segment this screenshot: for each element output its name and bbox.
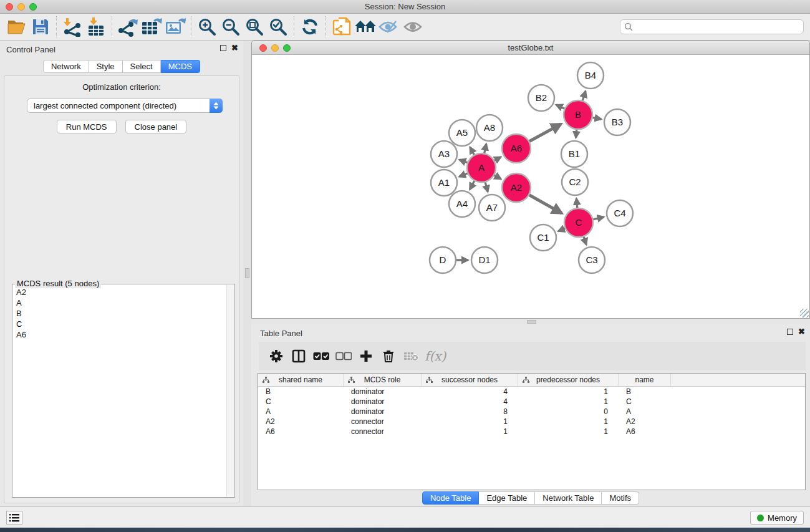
open-file-icon[interactable] xyxy=(5,16,29,38)
split-columns-icon[interactable] xyxy=(287,345,310,367)
table-cell[interactable]: 4 xyxy=(422,397,518,407)
float-panel-icon[interactable] xyxy=(220,45,226,51)
table-cell[interactable]: 1 xyxy=(422,417,518,427)
table-settings-gear-icon[interactable] xyxy=(265,345,287,367)
tab-node-table[interactable]: Node Table xyxy=(422,491,480,505)
table-cell[interactable]: 8 xyxy=(422,407,518,417)
export-network-icon[interactable] xyxy=(116,16,140,38)
mcds-result-item[interactable]: B xyxy=(12,308,226,319)
task-history-button[interactable] xyxy=(6,511,22,525)
table-row[interactable]: Adominator80A xyxy=(258,407,805,417)
table-cell[interactable]: A xyxy=(619,407,671,417)
column-header-shared-name[interactable]: shared name xyxy=(258,374,344,386)
clone-network-icon[interactable] xyxy=(330,16,354,38)
network-zoom-button[interactable] xyxy=(283,44,291,52)
hide-selected-icon[interactable] xyxy=(377,16,401,38)
close-panel-icon[interactable]: ✖ xyxy=(231,45,238,51)
table-row[interactable]: Bdominator41B xyxy=(258,387,805,397)
close-panel-button[interactable]: Close panel xyxy=(125,120,187,133)
table-cell[interactable]: 1 xyxy=(518,387,619,397)
save-session-icon[interactable] xyxy=(29,16,52,38)
control-panel-title: Control Panel xyxy=(6,45,55,54)
zoom-window-button[interactable] xyxy=(29,3,37,11)
table-cell[interactable]: B xyxy=(258,387,344,397)
zoom-fit-icon[interactable] xyxy=(243,16,266,38)
select-all-checkboxes-icon[interactable] xyxy=(310,345,332,367)
search-field-wrap xyxy=(620,19,804,34)
zoom-in-icon[interactable] xyxy=(195,16,219,38)
run-mcds-button[interactable]: Run MCDS xyxy=(57,120,117,133)
table-cell[interactable]: B xyxy=(619,387,671,397)
function-builder-icon[interactable]: f(x) xyxy=(422,349,446,364)
table-cell[interactable]: A6 xyxy=(619,427,671,437)
home-icon[interactable] xyxy=(354,16,377,38)
mcds-result-list[interactable]: A2ABCA6 xyxy=(12,287,226,496)
column-header-MCDS-role[interactable]: MCDS role xyxy=(344,374,422,386)
add-column-icon[interactable] xyxy=(355,345,377,367)
panel-splitter[interactable] xyxy=(243,41,251,506)
search-input[interactable] xyxy=(620,19,804,34)
table-row[interactable]: Cdominator41C xyxy=(258,397,805,407)
horizontal-splitter-handle[interactable] xyxy=(527,320,536,324)
show-all-icon[interactable] xyxy=(401,16,425,38)
close-window-button[interactable] xyxy=(6,3,13,11)
table-cell[interactable]: A2 xyxy=(619,417,671,427)
network-canvas[interactable]: B4B2BB3A8A5A6A3B1AA1C2A2A4A7C4CC1C3DD1 xyxy=(252,55,809,318)
node-table[interactable]: shared nameMCDS rolesuccessor nodesprede… xyxy=(258,373,806,490)
table-cell[interactable]: A2 xyxy=(258,417,344,427)
zoom-selected-icon[interactable] xyxy=(266,16,290,38)
deselect-all-checkboxes-icon[interactable] xyxy=(332,345,355,367)
criterion-dropdown[interactable]: largest connected component (directed) xyxy=(27,99,223,113)
table-cell[interactable]: A xyxy=(258,407,344,417)
tab-motifs[interactable]: Motifs xyxy=(602,491,639,505)
tab-network-table[interactable]: Network Table xyxy=(535,491,602,505)
table-cell[interactable]: C xyxy=(619,397,671,407)
table-cell[interactable]: 1 xyxy=(518,397,619,407)
table-cell[interactable]: 1 xyxy=(518,417,619,427)
tab-network[interactable]: Network xyxy=(43,60,89,73)
table-row[interactable]: A2connector11A2 xyxy=(258,417,805,427)
tab-style[interactable]: Style xyxy=(89,60,123,73)
tab-select[interactable]: Select xyxy=(123,60,161,73)
table-cell[interactable]: connector xyxy=(344,427,422,437)
table-cell[interactable]: dominator xyxy=(344,397,422,407)
table-cell[interactable]: 1 xyxy=(518,427,619,437)
import-table-icon[interactable] xyxy=(84,16,108,38)
window-resize-grip[interactable] xyxy=(800,309,809,317)
minimize-window-button[interactable] xyxy=(17,3,25,11)
mcds-result-item[interactable]: A2 xyxy=(12,287,226,297)
memory-button[interactable]: Memory xyxy=(750,511,804,525)
column-header-name[interactable]: name xyxy=(619,374,671,386)
import-network-icon[interactable] xyxy=(60,16,84,38)
table-row[interactable]: A6connector11A6 xyxy=(258,427,805,437)
refresh-icon[interactable] xyxy=(298,16,322,38)
mcds-result-item[interactable]: C xyxy=(12,319,226,329)
delete-column-trash-icon[interactable] xyxy=(377,345,400,367)
export-table-icon[interactable] xyxy=(140,16,163,38)
mcds-result-item[interactable]: A6 xyxy=(12,329,226,340)
zoom-out-icon[interactable] xyxy=(219,16,243,38)
splitter-handle[interactable] xyxy=(245,268,249,278)
network-minimize-button[interactable] xyxy=(271,44,279,52)
network-window-titlebar[interactable]: testGlobe.txt xyxy=(252,41,809,55)
column-header-successor-nodes[interactable]: successor nodes xyxy=(422,374,518,386)
table-cell[interactable]: connector xyxy=(344,417,422,427)
table-close-icon[interactable]: ✖ xyxy=(798,329,805,335)
table-cell[interactable]: 0 xyxy=(518,407,619,417)
network-close-button[interactable] xyxy=(259,44,267,52)
control-panel-tabs: NetworkStyleSelectMCDS xyxy=(0,60,243,73)
table-cell[interactable]: A6 xyxy=(258,427,344,437)
column-header-predecessor-nodes[interactable]: predecessor nodes xyxy=(518,374,619,386)
export-image-icon[interactable] xyxy=(163,16,187,38)
table-cell[interactable]: 4 xyxy=(422,387,518,397)
tab-edge-table[interactable]: Edge Table xyxy=(479,491,535,505)
table-cell[interactable]: 1 xyxy=(422,427,518,437)
mcds-result-item[interactable]: A xyxy=(12,297,226,308)
delete-table-icon[interactable] xyxy=(400,345,422,367)
tab-mcds[interactable]: MCDS xyxy=(161,60,200,73)
table-cell[interactable]: dominator xyxy=(344,387,422,397)
table-cell[interactable]: C xyxy=(258,397,344,407)
table-cell[interactable]: dominator xyxy=(344,407,422,417)
result-scrollbar[interactable] xyxy=(226,285,234,496)
table-float-icon[interactable] xyxy=(787,329,793,335)
